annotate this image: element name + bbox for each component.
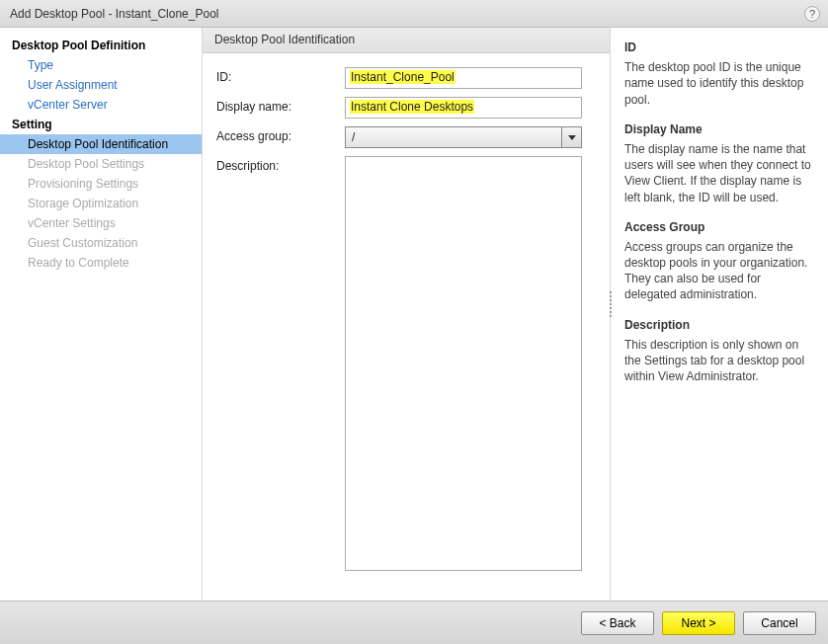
help-id-title: ID [624,40,816,55]
wizard-window: Add Desktop Pool - Instant_Clone_Pool ? … [0,0,828,644]
dropdown-access-group-value: / [346,130,361,144]
next-button[interactable]: Next > [662,611,735,635]
cancel-button[interactable]: Cancel [743,611,816,635]
sidebar-item-identification[interactable]: Desktop Pool Identification [0,134,202,154]
main-panel: Desktop Pool Identification ID: Instant_… [203,28,611,601]
sidebar-item-storage: Storage Optimization [0,194,202,213]
help-panel: ID The desktop pool ID is the unique nam… [611,28,828,601]
section-header: Desktop Pool Identification [203,28,610,53]
input-display-name[interactable]: Instant Clone Desktops [345,97,582,119]
input-id-value: Instant_Clone_Pool [350,70,455,84]
titlebar: Add Desktop Pool - Instant_Clone_Pool ? [0,0,828,28]
input-display-name-value: Instant Clone Desktops [350,100,474,114]
sidebar-group-setting: Setting [0,115,202,134]
help-accessgroup-title: Access Group [624,219,816,235]
input-id[interactable]: Instant_Clone_Pool [345,67,582,89]
body: Desktop Pool Definition Type User Assign… [0,28,828,601]
label-description: Description: [216,156,345,173]
sidebar-item-ready: Ready to Complete [0,253,202,273]
label-id: ID: [216,67,345,84]
sidebar-item-user-assignment[interactable]: User Assignment [0,75,202,95]
help-icon[interactable]: ? [804,6,820,22]
sidebar-item-vcenter-settings: vCenter Settings [0,213,202,233]
row-display-name: Display name: Instant Clone Desktops [216,97,588,119]
chevron-down-icon [561,127,581,147]
row-access-group: Access group: / [216,126,588,148]
help-accessgroup-text: Access groups can organize the desktop p… [624,239,816,303]
form-left: ID: Instant_Clone_Pool Display name: Ins… [203,53,598,601]
sidebar-item-vcenter-server[interactable]: vCenter Server [0,95,202,115]
footer: < Back Next > Cancel [0,601,828,644]
sidebar-item-type[interactable]: Type [0,55,202,75]
textarea-description[interactable] [345,156,582,571]
sidebar-item-provisioning: Provisioning Settings [0,174,202,194]
sidebar-item-guest-custom: Guest Customization [0,233,202,253]
help-description-text: This description is only shown on the Se… [624,337,816,385]
row-id: ID: Instant_Clone_Pool [216,67,588,89]
sidebar-group-definition: Desktop Pool Definition [0,36,202,55]
help-id-text: The desktop pool ID is the unique name u… [624,59,816,108]
label-access-group: Access group: [216,126,345,143]
window-title: Add Desktop Pool - Instant_Clone_Pool [10,7,218,21]
label-display-name: Display name: [216,97,345,114]
sidebar-item-pool-settings: Desktop Pool Settings [0,154,202,174]
help-description-title: Description [624,317,816,333]
back-button[interactable]: < Back [581,611,654,635]
row-description: Description: [216,156,588,571]
dropdown-access-group[interactable]: / [345,126,582,148]
form-area: ID: Instant_Clone_Pool Display name: Ins… [203,53,610,601]
sidebar: Desktop Pool Definition Type User Assign… [0,28,203,601]
help-displayname-title: Display Name [624,121,816,137]
help-displayname-text: The display name is the name that users … [624,141,816,205]
resize-grip-icon[interactable] [607,284,614,324]
